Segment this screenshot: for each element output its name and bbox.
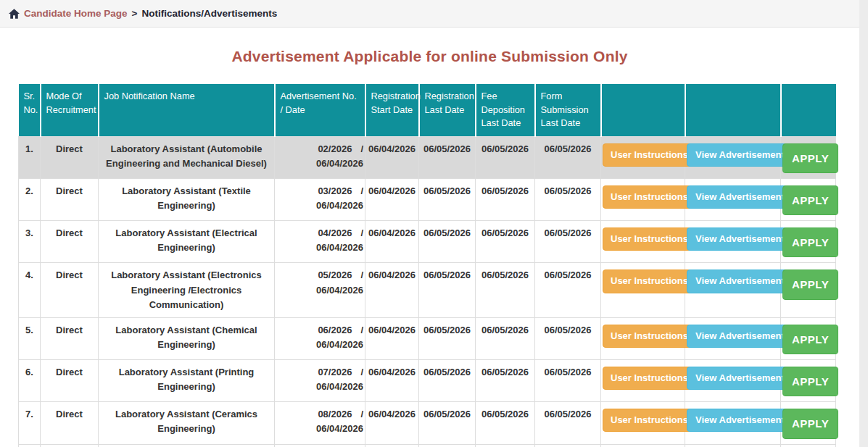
col-header-user-instructions (601, 84, 685, 136)
page-title: Advertisement Applicable for online Subm… (0, 48, 859, 65)
job-name-cell: Laboratory Assistant (Textile Engineerin… (99, 178, 275, 220)
form-submission-last-cell: 06/05/2026 (535, 263, 601, 317)
form-submission-last-cell: 06/05/2026 (535, 178, 601, 220)
advertisement-separator: / (360, 142, 363, 156)
view-advertisement-cell: View Advertisement (685, 402, 781, 444)
user-instructions-button[interactable]: User Instructions (603, 270, 696, 293)
view-advertisement-button[interactable]: View Advertisement (687, 227, 793, 251)
user-instructions-cell: User Instructions (601, 221, 685, 263)
fee-deposition-last-cell: 06/05/2026 (476, 136, 535, 178)
apply-button[interactable]: APPLY (782, 325, 838, 354)
view-advertisement-cell: View Advertisement (685, 136, 781, 178)
apply-button[interactable]: APPLY (782, 367, 838, 396)
view-advertisement-cell: View Advertisement (685, 221, 781, 263)
view-advertisement-button[interactable]: View Advertisement (687, 367, 793, 390)
registration-last-cell: 06/05/2026 (419, 360, 476, 402)
view-advertisement-button[interactable]: View Advertisement (687, 143, 793, 167)
advertisement-no: 02/2026 (318, 142, 352, 156)
advertisement-no: 03/2026 (318, 184, 352, 199)
table-row: 3. Direct Laboratory Assistant (Electric… (19, 221, 836, 263)
advertisement-date: 06/04/2026 (276, 283, 363, 298)
user-instructions-cell: User Instructions (601, 263, 685, 317)
fee-deposition-last-cell: 06/05/2026 (476, 360, 535, 402)
apply-cell: APPLY (781, 178, 836, 220)
sr-no-cell: 5. (19, 317, 41, 359)
advertisements-table: Sr. No. Mode Of Recruitment Job Notifica… (18, 84, 836, 447)
form-submission-last-cell: 06/05/2026 (535, 221, 601, 263)
advertisement-no: 05/2026 (318, 268, 352, 283)
table-row: 7. Direct Laboratory Assistant (Ceramics… (19, 402, 836, 444)
table-row: 1. Direct Laboratory Assistant (Automobi… (19, 136, 836, 178)
job-name-cell: Laboratory Assistant (Computer Science a… (99, 444, 275, 447)
col-header-mode: Mode Of Recruitment (41, 84, 99, 136)
mode-cell: Direct (41, 402, 99, 444)
advertisement-separator: / (360, 365, 363, 380)
home-icon (9, 9, 20, 19)
job-name-cell: Laboratory Assistant (Automobile Enginee… (99, 136, 275, 178)
sr-no-cell: 8. (19, 444, 41, 447)
job-name-cell: Laboratory Assistant (Printing Engineeri… (99, 360, 275, 402)
breadcrumb-separator: > (132, 8, 138, 19)
apply-cell: APPLY (781, 402, 836, 444)
user-instructions-cell: User Instructions (601, 178, 685, 220)
registration-start-cell: 06/04/2026 (365, 444, 419, 447)
view-advertisement-cell: View Advertisement (685, 178, 781, 220)
user-instructions-button[interactable]: User Instructions (603, 227, 696, 251)
col-header-apply (781, 84, 836, 136)
form-submission-last-cell: 06/05/2026 (535, 402, 601, 444)
breadcrumb-current: Notifications/Advertisements (141, 8, 277, 19)
sr-no-cell: 4. (19, 263, 41, 317)
view-advertisement-button[interactable]: View Advertisement (687, 185, 793, 209)
apply-button[interactable]: APPLY (782, 227, 838, 257)
col-header-reg-start: Registration Start Date (365, 84, 419, 136)
registration-last-cell: 06/05/2026 (419, 317, 476, 359)
apply-button[interactable]: APPLY (782, 409, 838, 438)
table-header: Sr. No. Mode Of Recruitment Job Notifica… (19, 84, 836, 136)
registration-start-cell: 06/04/2026 (365, 317, 419, 359)
fee-deposition-last-cell: 06/05/2026 (476, 263, 535, 317)
view-advertisement-button[interactable]: View Advertisement (687, 325, 793, 348)
col-header-reg-last: Registration Last Date (419, 84, 476, 136)
user-instructions-cell: User Instructions (601, 360, 685, 402)
fee-deposition-last-cell: 06/05/2026 (476, 402, 535, 444)
user-instructions-cell: User Instructions (601, 136, 685, 178)
breadcrumb-home-link[interactable]: Candidate Home Page (24, 8, 128, 19)
user-instructions-button[interactable]: User Instructions (603, 325, 696, 348)
registration-start-cell: 06/04/2026 (365, 221, 419, 263)
user-instructions-button[interactable]: User Instructions (603, 143, 696, 167)
col-header-adv-no-date: Advertisement No. / Date (275, 84, 365, 136)
apply-button[interactable]: APPLY (782, 143, 838, 173)
advertisement-separator: / (360, 407, 363, 422)
registration-last-cell: 06/05/2026 (419, 402, 476, 444)
apply-button[interactable]: APPLY (782, 185, 838, 215)
view-advertisement-button[interactable]: View Advertisement (687, 270, 793, 293)
job-name-cell: Laboratory Assistant (Chemical Engineeri… (99, 317, 275, 359)
apply-cell: APPLY (781, 136, 836, 178)
table-row: 4. Direct Laboratory Assistant (Electron… (19, 263, 836, 317)
registration-last-cell: 06/05/2026 (419, 221, 476, 263)
advertisement-date: 06/04/2026 (276, 199, 363, 213)
user-instructions-button[interactable]: User Instructions (603, 185, 696, 209)
mode-cell: Direct (41, 360, 99, 402)
col-header-view-advertisement (685, 84, 781, 136)
mode-cell: Direct (41, 317, 99, 359)
table-row: 6. Direct Laboratory Assistant (Printing… (19, 360, 836, 402)
user-instructions-button[interactable]: User Instructions (603, 409, 696, 432)
view-advertisement-button[interactable]: View Advertisement (687, 409, 793, 432)
advertisement-separator: / (360, 226, 363, 241)
registration-last-cell: 06/05/2026 (419, 136, 476, 178)
fee-deposition-last-cell: 06/05/2026 (476, 221, 535, 263)
advertisement-separator: / (360, 323, 363, 338)
advertisement-no-date-cell: 03/2026 / 06/04/2026 (275, 178, 365, 220)
advertisement-no-date-cell: 05/2026 / 06/04/2026 (275, 263, 365, 317)
mode-cell: Direct (41, 136, 99, 178)
registration-start-cell: 06/04/2026 (365, 136, 419, 178)
registration-start-cell: 06/04/2026 (365, 360, 419, 402)
apply-button[interactable]: APPLY (782, 270, 838, 299)
sr-no-cell: 7. (19, 402, 41, 444)
sr-no-cell: 6. (19, 360, 41, 402)
advertisement-no: 07/2026 (318, 365, 352, 380)
mode-cell: Direct (41, 263, 99, 317)
user-instructions-button[interactable]: User Instructions (603, 367, 696, 390)
advertisement-no-date-cell: 04/2026 / 06/04/2026 (275, 221, 365, 263)
